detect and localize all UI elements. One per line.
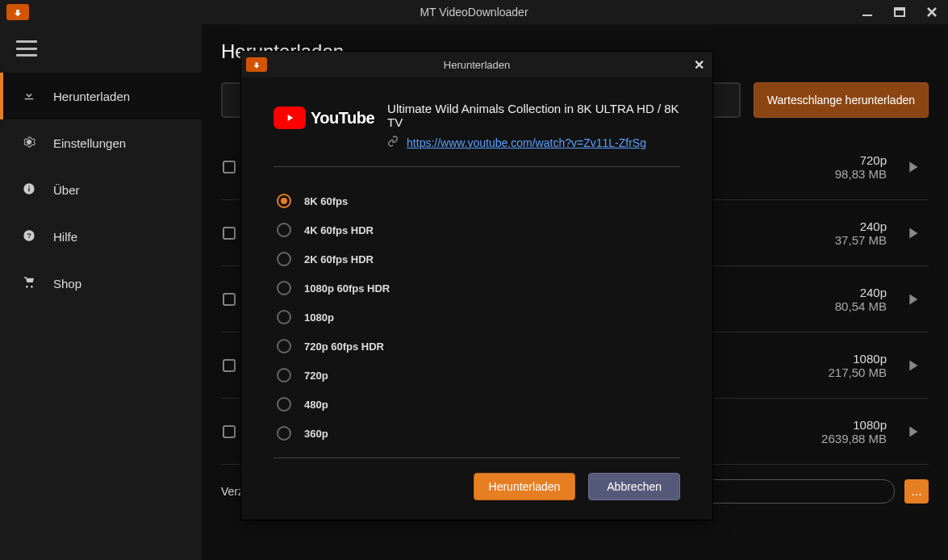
- quality-label: 2K 60fps HDR: [304, 253, 374, 265]
- radio-icon: [277, 310, 291, 324]
- dialog-download-button[interactable]: Herunterladen: [474, 473, 576, 500]
- queue-row-size: 98,83 MB: [835, 167, 887, 181]
- queue-row-play-button[interactable]: [896, 158, 929, 176]
- sidebar-item-label: Shop: [53, 277, 81, 290]
- quality-label: 360p: [304, 428, 328, 440]
- gear-icon: [19, 136, 39, 151]
- queue-row-play-button[interactable]: [896, 290, 929, 308]
- quality-option[interactable]: 480p: [277, 390, 680, 419]
- minimize-button[interactable]: [851, 0, 883, 24]
- queue-row-size: 80,54 MB: [835, 299, 887, 313]
- cart-icon: [19, 276, 39, 291]
- queue-row-checkbox[interactable]: [223, 293, 236, 306]
- quality-option[interactable]: 2K 60fps HDR: [277, 244, 680, 274]
- quality-option[interactable]: 8K 60fps: [277, 186, 680, 215]
- sidebar-item-label: Über: [53, 183, 80, 197]
- queue-row-play-button[interactable]: [896, 423, 929, 441]
- radio-icon: [277, 223, 291, 237]
- queue-row-resolution: 240p: [835, 219, 887, 233]
- svg-rect-2: [895, 8, 904, 10]
- quality-label: 1080p: [304, 311, 334, 324]
- download-dialog: Herunterladen ✕ YouTube Ultimate Wild An…: [240, 51, 713, 520]
- queue-row-checkbox[interactable]: [223, 425, 236, 438]
- download-icon: [19, 89, 39, 104]
- queue-row-size: 217,50 MB: [828, 366, 887, 379]
- video-title: Ultimate Wild Animals Collection in 8K U…: [387, 102, 680, 129]
- hamburger-menu-button[interactable]: [0, 32, 202, 73]
- dialog-close-button[interactable]: ✕: [694, 57, 704, 73]
- quality-label: 720p: [304, 370, 328, 382]
- queue-row-play-button[interactable]: [896, 224, 929, 242]
- quality-label: 480p: [304, 399, 328, 411]
- radio-icon: [277, 194, 291, 208]
- sidebar: HerunterladenEinstellungenÜber?HilfeShop: [0, 24, 202, 560]
- queue-row-play-button[interactable]: [896, 357, 929, 374]
- youtube-play-icon: [274, 107, 306, 129]
- quality-options-list: 8K 60fps4K 60fps HDR2K 60fps HDR1080p 60…: [274, 167, 680, 458]
- radio-icon: [277, 397, 291, 412]
- app-logo-icon: [6, 4, 29, 20]
- quality-option[interactable]: 1080p: [277, 303, 680, 332]
- link-icon: [387, 136, 399, 150]
- quality-option[interactable]: 720p 60fps HDR: [277, 332, 680, 361]
- window-title: MT VideoDownloader: [420, 6, 528, 19]
- svg-text:?: ?: [27, 232, 31, 240]
- youtube-logo: YouTube: [274, 107, 374, 129]
- queue-row-size: 2639,88 MB: [821, 432, 887, 445]
- sidebar-item-label: Hilfe: [53, 230, 77, 244]
- queue-row-resolution: 1080p: [821, 418, 887, 432]
- svg-rect-6: [28, 186, 29, 186]
- dialog-title: Herunterladen: [444, 59, 510, 71]
- youtube-text: YouTube: [311, 109, 374, 127]
- quality-option[interactable]: 1080p 60fps HDR: [277, 274, 680, 303]
- sidebar-item-label: Herunterladen: [53, 90, 130, 103]
- help-icon: ?: [19, 229, 39, 244]
- titlebar: MT VideoDownloader: [0, 0, 948, 24]
- info-icon: [19, 182, 39, 198]
- quality-option[interactable]: 4K 60fps HDR: [277, 215, 680, 244]
- radio-icon: [277, 426, 291, 441]
- svg-point-3: [27, 140, 31, 144]
- queue-row-resolution: 240p: [835, 286, 887, 299]
- quality-option[interactable]: 360p: [277, 419, 680, 448]
- queue-row-resolution: 1080p: [828, 352, 887, 366]
- sidebar-item-cart[interactable]: Shop: [0, 260, 202, 307]
- radio-icon: [277, 252, 291, 266]
- svg-rect-0: [862, 15, 872, 16]
- queue-row-resolution: 720p: [835, 153, 887, 167]
- quality-label: 720p 60fps HDR: [304, 341, 384, 353]
- dialog-logo-icon: [246, 57, 267, 72]
- quality-label: 4K 60fps HDR: [304, 224, 374, 236]
- video-url-link[interactable]: https://www.youtube.com/watch?v=Zv11L-Zf…: [407, 136, 646, 149]
- queue-row-checkbox[interactable]: [223, 161, 236, 173]
- browse-path-button[interactable]: ...: [904, 479, 929, 504]
- sidebar-item-gear[interactable]: Einstellungen: [0, 119, 202, 166]
- close-button[interactable]: [916, 0, 948, 24]
- quality-label: 8K 60fps: [304, 195, 348, 207]
- dialog-titlebar: Herunterladen ✕: [241, 52, 712, 77]
- svg-rect-5: [28, 187, 29, 191]
- sidebar-item-label: Einstellungen: [53, 136, 126, 150]
- quality-label: 1080p 60fps HDR: [304, 282, 390, 295]
- dialog-cancel-button[interactable]: Abbrechen: [588, 473, 680, 500]
- sidebar-item-download[interactable]: Herunterladen: [0, 73, 202, 119]
- queue-row-checkbox[interactable]: [223, 227, 236, 240]
- sidebar-item-help[interactable]: ?Hilfe: [0, 213, 202, 260]
- maximize-button[interactable]: [883, 0, 916, 24]
- radio-icon: [277, 368, 291, 382]
- queue-row-size: 37,57 MB: [835, 233, 887, 247]
- queue-row-checkbox[interactable]: [223, 359, 236, 372]
- sidebar-item-info[interactable]: Über: [0, 166, 202, 213]
- radio-icon: [277, 339, 291, 353]
- quality-option[interactable]: 720p: [277, 361, 680, 390]
- download-queue-button[interactable]: Warteschlange herunterladen: [754, 82, 929, 118]
- radio-icon: [277, 281, 291, 295]
